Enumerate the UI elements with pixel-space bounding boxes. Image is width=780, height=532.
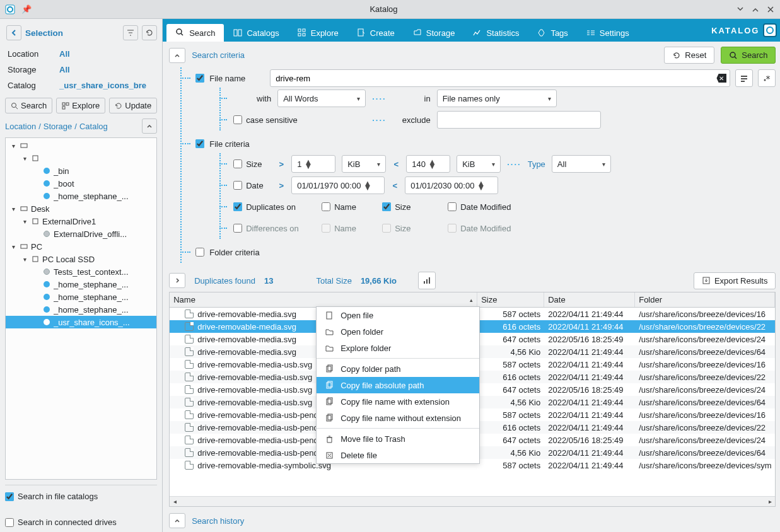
left-explore-button[interactable]: Explore (56, 98, 105, 113)
left-search-button[interactable]: Search (5, 98, 52, 113)
ctx-open-file[interactable]: Open file (317, 307, 479, 323)
size-checkbox[interactable]: Size (233, 159, 271, 169)
date-checkbox[interactable]: Date (233, 181, 271, 190)
scroll-right-icon[interactable]: ▸ (766, 498, 774, 505)
tree-row[interactable]: _usr_share_icons_... (6, 316, 156, 328)
date-min-input[interactable]: 01/01/1970 00:00▲▼ (291, 176, 385, 194)
svg-rect-7 (33, 156, 38, 161)
reset-button[interactable]: Reset (664, 47, 714, 64)
tree-row[interactable]: ▾PC Local SSD (6, 253, 156, 265)
scroll-left-icon[interactable]: ◂ (171, 498, 178, 505)
col-name[interactable]: Name▴ (170, 292, 477, 307)
ctx-explore-folder[interactable]: Explore folder (317, 340, 479, 356)
tree-row[interactable]: _home_stephane_... (6, 278, 156, 291)
exclude-input[interactable] (437, 111, 601, 129)
size-max-unit-select[interactable]: KiB▾ (457, 155, 501, 173)
dup-size-checkbox[interactable]: Size (382, 202, 441, 212)
history-title: Search history (192, 516, 244, 526)
close-button[interactable] (766, 5, 775, 14)
tree-row[interactable]: _home_stephane_... (6, 190, 156, 202)
with-select[interactable]: All Words▾ (277, 90, 366, 107)
catalog-tree[interactable]: ▾▾_bin_boot_home_stephane_...▾Desk▾Exter… (5, 137, 157, 480)
ctx-copy-file-name-without-extension[interactable]: Copy file name without extension (317, 410, 479, 426)
diff-name-checkbox: Name (322, 224, 376, 233)
history-dropdown-button[interactable] (735, 69, 753, 87)
tree-row[interactable]: ▾Desk (6, 202, 156, 215)
date-max-input[interactable]: 01/01/2030 00:00▲▼ (405, 176, 498, 194)
search-in-catalogs-checkbox[interactable]: Search in file catalogs (5, 492, 157, 501)
left-update-button[interactable]: Update (109, 98, 157, 113)
tree-row[interactable]: ExternalDrive_offli... (6, 228, 156, 240)
tree-row[interactable]: _bin (6, 165, 156, 177)
crumb-location[interactable]: Location (5, 122, 36, 131)
tree-row[interactable]: ▾ (6, 152, 156, 165)
storage-value[interactable]: All (59, 65, 157, 74)
search-in-drives-checkbox[interactable]: Search in connected drives (5, 518, 157, 527)
tab-create[interactable]: Create (347, 24, 404, 42)
foldercriteria-enable-checkbox[interactable] (195, 248, 204, 257)
tab-statistics[interactable]: Statistics (463, 24, 528, 42)
dup-date-checkbox[interactable]: Date Modified (448, 202, 511, 212)
col-size[interactable]: Size (477, 292, 544, 307)
duplicates-checkbox[interactable]: Duplicates on (233, 202, 315, 212)
location-value[interactable]: All (59, 49, 157, 59)
filename-input[interactable] (270, 69, 730, 87)
ctx-delete-file[interactable]: Delete file (317, 447, 479, 463)
pin-icon[interactable]: 📌 (21, 4, 32, 14)
results-expand-button[interactable] (169, 273, 185, 288)
minimize-button[interactable] (736, 5, 745, 14)
file-icon (185, 448, 194, 457)
tree-row[interactable]: _boot (6, 177, 156, 190)
filename-enable-checkbox[interactable] (195, 74, 204, 83)
type-select[interactable]: All▾ (552, 155, 611, 173)
size-min-input[interactable]: 1▲▼ (291, 155, 335, 173)
size-min-unit-select[interactable]: KiB▾ (342, 155, 386, 173)
col-folder[interactable]: Folder (635, 292, 775, 307)
horizontal-scrollbar[interactable]: ◂ ▸ (170, 496, 775, 506)
crumb-storage[interactable]: Storage (44, 122, 73, 131)
refresh-button[interactable] (142, 25, 157, 40)
filecriteria-enable-checkbox[interactable] (195, 139, 204, 148)
maximize-button[interactable] (751, 5, 760, 14)
case-sensitive-checkbox[interactable]: case sensitive (233, 115, 366, 125)
history-collapse-button[interactable] (169, 513, 185, 528)
ctx-copy-file-name-with-extension[interactable]: Copy file name with extension (317, 393, 479, 410)
clear-filename-icon[interactable]: ✕ (716, 74, 726, 83)
svg-rect-36 (327, 415, 331, 421)
tab-catalogs[interactable]: Catalogs (224, 24, 288, 42)
tab-settings[interactable]: Settings (577, 24, 638, 42)
tree-row[interactable]: _home_stephane_... (6, 291, 156, 303)
filter-button[interactable] (123, 25, 138, 40)
tab-storage[interactable]: Storage (404, 24, 464, 42)
ctx-copy-folder-path[interactable]: Copy folder path (317, 361, 479, 377)
tree-row[interactable]: ▾ (6, 139, 156, 152)
export-results-button[interactable]: Export Results (694, 272, 776, 289)
criteria-collapse-button[interactable] (169, 48, 185, 63)
regex-button[interactable] (758, 69, 776, 87)
tree-row[interactable]: ▾PC (6, 240, 156, 253)
catalog-value[interactable]: _usr_share_icons_bre (59, 81, 157, 90)
ctx-copy-file-absolute-path[interactable]: Copy file absolute path (317, 377, 479, 393)
ctx-open-folder[interactable]: Open folder (317, 323, 479, 340)
back-button[interactable] (6, 25, 21, 40)
svg-rect-30 (327, 366, 331, 372)
in-select[interactable]: File names only▾ (437, 90, 557, 107)
size-max-input[interactable]: 140▲▼ (406, 155, 450, 173)
chart-button[interactable] (418, 272, 436, 289)
ctx-move-file-to-trash[interactable]: Move file to Trash (317, 431, 479, 447)
tab-explore[interactable]: Explore (288, 24, 347, 42)
tab-search[interactable]: Search (166, 24, 224, 42)
tree-row[interactable]: _home_stephane_... (6, 303, 156, 316)
crumb-catalog[interactable]: Catalog (79, 122, 108, 131)
dup-name-checkbox[interactable]: Name (322, 202, 376, 212)
svg-rect-4 (66, 103, 69, 105)
differences-checkbox[interactable]: Differences on (233, 224, 315, 233)
tree-row[interactable]: Tests_test_context... (6, 265, 156, 278)
tree-row[interactable]: ▾ExternalDrive1 (6, 215, 156, 228)
svg-rect-31 (328, 365, 332, 371)
search-button[interactable]: Search (721, 47, 776, 64)
tree-collapse-button[interactable] (142, 119, 157, 134)
col-date[interactable]: Date (544, 292, 635, 307)
tab-tags[interactable]: Tags (528, 24, 576, 42)
file-icon (185, 322, 194, 331)
